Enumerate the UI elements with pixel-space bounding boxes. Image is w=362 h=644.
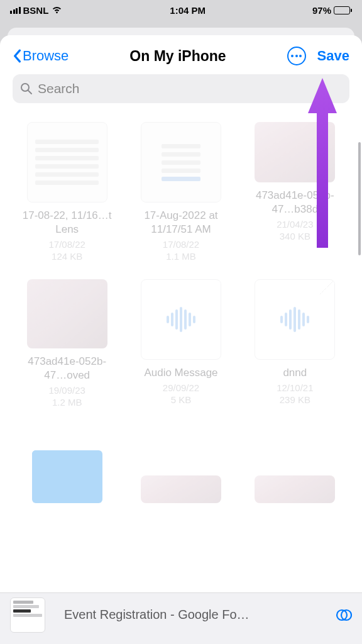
back-button[interactable]: Browse [13,48,69,64]
navigation-bar: Browse On My iPhone Save [0,35,362,74]
status-left: BSNL [10,5,63,16]
file-date: 19/09/23 [48,385,85,396]
file-size: 239 KB [280,394,310,405]
svg-point-0 [21,84,29,91]
search-input[interactable]: Search [13,74,349,103]
file-thumbnail [141,279,221,360]
status-right: 97% [312,5,352,16]
status-bar: BSNL 1:04 PM 97% [0,0,362,20]
file-thumbnail [27,279,107,348]
file-date: 12/10/21 [277,382,313,393]
file-item[interactable] [129,425,233,509]
search-placeholder: Search [38,81,80,96]
file-grid: 17-08-22, 11/16…t Lens 17/08/22 124 KB 1… [15,122,347,509]
more-options-button[interactable] [287,47,306,65]
file-thumbnail [255,475,335,503]
search-icon [20,82,33,95]
signal-icon [10,7,21,14]
page-address: Event Registration - Google Fo… [64,608,250,622]
file-name: 17-Aug-2022 at 11/17/51 AM [134,209,228,236]
file-name: dnnd [283,366,307,380]
chevron-left-icon [13,49,21,63]
file-item[interactable]: 17-Aug-2022 at 11/17/51 AM 17/08/22 1.1 … [129,122,233,262]
file-picker-sheet: Browse On My iPhone Save Search 17-08-22… [0,35,362,644]
tab-thumbnail[interactable] [10,597,45,633]
svg-line-1 [28,91,31,94]
scroll-indicator [358,142,361,255]
file-item[interactable]: dnnd 12/10/21 239 KB [243,279,347,408]
file-thumbnail [141,475,221,503]
audio-wave-icon [280,307,309,332]
file-item[interactable]: Audio Message 29/09/22 5 KB [129,279,233,408]
file-size: 124 KB [52,251,82,262]
file-name: 473ad41e-052b-47…oved [20,355,114,382]
page-title: On My iPhone [129,48,226,65]
folder-icon [32,450,102,503]
file-thumbnail [141,122,221,203]
file-thumbnail [255,122,335,182]
audio-wave-icon [167,307,195,332]
browser-tab-bar: Event Registration - Google Fo… [0,592,362,644]
address-bar[interactable]: Event Registration - Google Fo… [54,601,327,629]
file-item[interactable]: 17-08-22, 11/16…t Lens 17/08/22 124 KB [15,122,119,262]
file-item[interactable]: 473ad41e-052b-47…oved 19/09/23 1.2 MB [15,279,119,408]
back-label: Browse [23,48,69,64]
status-time: 1:04 PM [170,5,206,16]
file-item[interactable]: 473ad41e-052b-47…b38d 21/04/23 340 KB [243,122,347,262]
save-button[interactable]: Save [317,48,349,64]
file-size: 5 KB [171,394,192,405]
file-date: 17/08/22 [48,239,85,250]
battery-percent: 97% [312,5,331,16]
file-item[interactable] [15,425,119,509]
file-date: 29/09/22 [163,382,199,393]
file-size: 1.1 MB [166,251,196,262]
file-date: 21/04/23 [277,219,313,230]
file-item[interactable] [243,425,347,509]
battery-icon [334,6,352,14]
file-size: 340 KB [280,231,310,242]
file-name: 17-08-22, 11/16…t Lens [20,209,114,236]
tab-overview-icon[interactable] [336,607,352,623]
file-name: 473ad41e-052b-47…b38d [248,189,342,216]
wifi-icon [51,6,63,14]
file-thumbnail [255,279,335,360]
file-size: 1.2 MB [52,397,82,408]
file-date: 17/08/22 [163,239,199,250]
file-name: Audio Message [144,366,217,380]
carrier-label: BSNL [23,5,49,16]
file-thumbnail [27,122,107,203]
